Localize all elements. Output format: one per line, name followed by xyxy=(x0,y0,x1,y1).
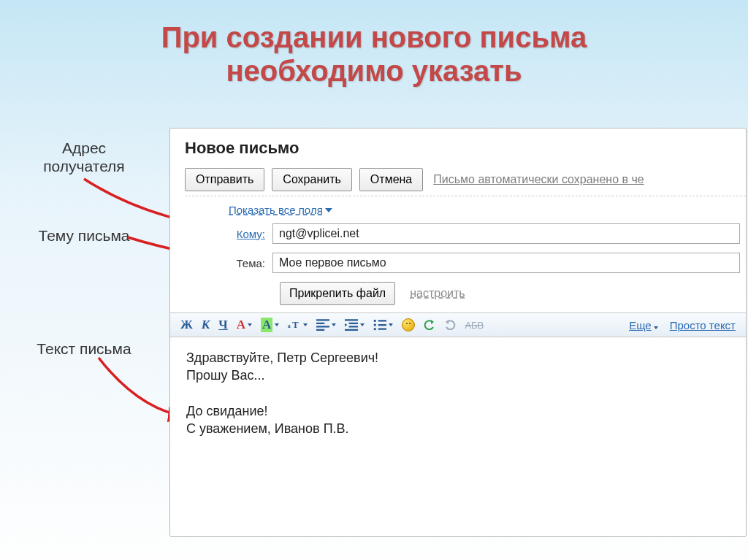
richtext-toolbar: Ж К Ч A A aT АБВ Еще xyxy=(170,312,746,337)
compose-toolbar: Отправить Сохранить Отмена Письмо автома… xyxy=(185,168,746,191)
align-icon xyxy=(316,319,329,331)
indent-button[interactable] xyxy=(345,319,365,331)
chevron-down-icon xyxy=(248,323,252,326)
send-button[interactable]: Отправить xyxy=(185,168,264,191)
attach-configure-link[interactable]: настроить xyxy=(410,287,465,300)
list-button[interactable] xyxy=(373,319,393,331)
autosave-status: Письмо автоматически сохранено в че xyxy=(433,173,644,186)
cancel-button[interactable]: Отмена xyxy=(359,168,423,191)
subject-field-row: Тема: xyxy=(229,253,746,273)
to-input[interactable] xyxy=(272,223,740,244)
fontcolor-button[interactable]: A xyxy=(237,318,252,332)
align-button[interactable] xyxy=(316,319,336,331)
undo-button[interactable] xyxy=(424,320,435,330)
bold-button[interactable]: Ж xyxy=(180,318,193,332)
title-line-1: При создании нового письма xyxy=(29,20,719,54)
subject-input[interactable] xyxy=(272,253,740,273)
svg-point-4 xyxy=(374,328,376,330)
chevron-down-icon xyxy=(332,323,336,326)
chevron-down-icon xyxy=(360,323,365,326)
label-recipient: Адрес получателя xyxy=(0,139,168,175)
highlight-button[interactable]: A xyxy=(261,318,279,332)
chevron-down-icon xyxy=(325,208,332,212)
italic-button[interactable]: К xyxy=(202,318,210,332)
fontsize-button[interactable]: aT xyxy=(288,319,308,331)
chevron-down-icon xyxy=(303,323,308,326)
svg-text:a: a xyxy=(288,324,291,330)
emoji-button[interactable] xyxy=(402,318,415,331)
redo-button[interactable] xyxy=(444,320,456,330)
show-all-fields-link[interactable]: Показать все поля xyxy=(229,204,332,216)
plaintext-link[interactable]: Просто текст xyxy=(670,319,736,331)
more-link[interactable]: Еще xyxy=(629,319,658,331)
svg-text:T: T xyxy=(293,321,299,331)
show-all-fields-label: Показать все поля xyxy=(229,204,323,216)
spellcheck-button[interactable]: АБВ xyxy=(465,320,484,331)
title-line-2: необходимо указать xyxy=(29,54,719,88)
subject-label: Тема: xyxy=(229,257,272,269)
svg-point-2 xyxy=(374,320,376,322)
attach-button[interactable]: Прикрепить файл xyxy=(280,282,395,305)
undo-icon xyxy=(424,320,435,330)
redo-icon xyxy=(444,320,456,330)
slide-title: При создании нового письма необходимо ук… xyxy=(0,0,748,95)
label-body: Текст письма xyxy=(0,340,168,358)
fontsize-icon: aT xyxy=(288,319,301,331)
separator xyxy=(185,196,746,196)
label-subject: Тему письма xyxy=(0,226,168,245)
compose-title: Новое письмо xyxy=(185,139,746,158)
attach-row: Прикрепить файл настроить xyxy=(280,282,746,305)
chevron-down-icon xyxy=(389,323,393,326)
compose-window: Новое письмо Отправить Сохранить Отмена … xyxy=(169,128,747,537)
underline-button[interactable]: Ч xyxy=(218,318,227,332)
to-label[interactable]: Кому: xyxy=(229,228,272,240)
list-icon xyxy=(373,319,386,331)
indent-icon xyxy=(345,319,358,331)
chevron-down-icon xyxy=(275,323,279,326)
chevron-down-icon xyxy=(654,326,658,329)
svg-point-3 xyxy=(374,323,376,326)
to-field-row: Кому: xyxy=(229,223,746,244)
save-button[interactable]: Сохранить xyxy=(272,168,352,191)
message-body[interactable]: Здравствуйте, Петр Сергеевич! Прошу Вас.… xyxy=(170,337,746,449)
